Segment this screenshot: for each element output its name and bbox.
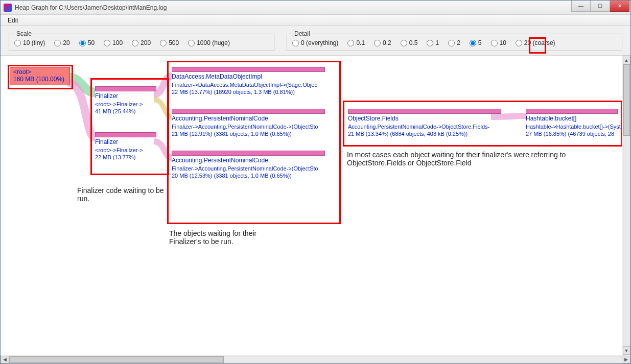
- col2-node-0[interactable]: DataAccess.MetaDataObjectImpl Finalizer-…: [172, 67, 333, 95]
- root-title: <root>: [13, 68, 66, 76]
- col1-node-0[interactable]: Finalizer <root>->Finalizer-> 41 MB (25.…: [95, 86, 161, 115]
- scale-opt-1[interactable]: 20: [54, 39, 69, 46]
- annot-finalizer-code: Finalizer code waiting to be run.: [77, 186, 169, 203]
- annot-objectstore: In most cases each object waiting for th…: [347, 151, 623, 167]
- node-stats: 20 MB (12.53%) (3381 objects, 1.0 MB (0.…: [172, 172, 333, 179]
- bar-icon: [348, 109, 501, 114]
- maximize-button[interactable]: ☐: [591, 1, 610, 12]
- menu-edit[interactable]: Edit: [4, 16, 22, 25]
- scroll-left-icon[interactable]: ◀: [1, 356, 9, 363]
- scroll-h-thumb[interactable]: [9, 356, 224, 363]
- node-title: Finalizer: [95, 92, 161, 101]
- node-path: <root>->Finalizer->: [95, 101, 161, 108]
- scale-group: Scale 10 (tiny) 20 50 100 200 500 1000 (…: [9, 30, 274, 51]
- scale-legend: Scale: [14, 30, 34, 37]
- node-path: Accounting.PersistentNominalCode->Object…: [348, 123, 511, 130]
- node-path: Finalizer->DataAccess.MetaDataObjectImpl…: [172, 81, 333, 88]
- node-stats: 27 MB (16.85%) (46739 objects, 28: [526, 130, 623, 137]
- root-node[interactable]: <root> 160 MB (100.00%): [10, 67, 70, 85]
- node-title: Hashtable.bucket[]: [526, 115, 623, 123]
- node-title: DataAccess.MetaDataObjectImpl: [172, 73, 333, 81]
- detail-opt-4[interactable]: 1: [427, 39, 439, 46]
- bar-icon: [172, 109, 325, 114]
- node-stats: 21 MB (13.34%) (6884 objects, 403 kB (0.…: [348, 130, 511, 137]
- titlebar[interactable]: Heap Graph for C:\Users\Jamer\Desktop\In…: [1, 1, 630, 15]
- node-stats: 21 MB (12.91%) (3381 objects, 1.0 MB (0.…: [172, 130, 333, 137]
- col2-node-1[interactable]: Accounting.PersistentNominalCode Finaliz…: [172, 109, 333, 137]
- detail-opt-7[interactable]: 10: [491, 39, 506, 46]
- graph-canvas[interactable]: <root> 160 MB (100.00%) Finalizer <root>…: [1, 55, 630, 363]
- detail-opt-3[interactable]: 0.5: [401, 39, 418, 46]
- scroll-down-icon[interactable]: ▼: [623, 346, 630, 355]
- vertical-scrollbar[interactable]: ▲ ▼: [622, 56, 630, 355]
- node-title: ObjectStore.Fields: [348, 115, 511, 123]
- node-path: Finalizer->Accounting.PersistentNominalC…: [172, 165, 333, 172]
- detail-opt-6[interactable]: 5: [470, 39, 482, 46]
- app-window: Heap Graph for C:\Users\Jamer\Desktop\In…: [0, 0, 631, 364]
- col4-node-0[interactable]: Hashtable.bucket[] Hashtable->Hashtable.…: [526, 109, 623, 137]
- scale-opt-6[interactable]: 1000 (huge): [188, 39, 230, 46]
- horizontal-scrollbar[interactable]: ◀ ▶: [1, 355, 630, 363]
- close-button[interactable]: ✕: [610, 1, 629, 12]
- menubar: Edit: [1, 15, 630, 26]
- root-stats: 160 MB (100.00%): [13, 76, 66, 83]
- scale-opt-0[interactable]: 10 (tiny): [14, 39, 45, 46]
- node-title: Accounting.PersistentNominalCode: [172, 157, 333, 165]
- annot-objects-waiting: The objects waiting for their Finalizer'…: [169, 229, 261, 246]
- node-path: <root>->Finalizer->: [95, 147, 161, 154]
- col2-node-2[interactable]: Accounting.PersistentNominalCode Finaliz…: [172, 151, 333, 179]
- bar-icon: [95, 86, 156, 91]
- scale-opt-5[interactable]: 500: [160, 39, 179, 46]
- bar-icon: [172, 151, 325, 156]
- node-title: Accounting.PersistentNominalCode: [172, 115, 333, 123]
- detail-legend: Detail: [292, 30, 312, 37]
- controls-row: Scale 10 (tiny) 20 50 100 200 500 1000 (…: [1, 26, 630, 55]
- node-path: Hashtable->Hashtable.bucket[]->(Syst: [526, 123, 623, 130]
- detail-group: Detail 0 (everything) 0.1 0.2 0.5 1 2 5 …: [287, 30, 622, 51]
- scale-opt-2[interactable]: 50: [79, 39, 95, 46]
- detail-opt-5[interactable]: 2: [448, 39, 460, 46]
- col1-node-1[interactable]: Finalizer <root>->Finalizer-> 22 MB (13.…: [95, 132, 161, 161]
- scroll-v-track[interactable]: [623, 64, 630, 346]
- app-icon: [4, 4, 12, 12]
- scale-opt-3[interactable]: 100: [104, 39, 123, 46]
- detail-opt-0[interactable]: 0 (everything): [292, 39, 338, 46]
- detail-opt-8[interactable]: 20 (coarse): [516, 39, 555, 46]
- node-stats: 41 MB (25.44%): [95, 108, 161, 115]
- minimize-button[interactable]: —: [571, 1, 591, 12]
- scale-opt-4[interactable]: 200: [132, 39, 151, 46]
- bar-icon: [526, 109, 618, 114]
- window-title: Heap Graph for C:\Users\Jamer\Desktop\In…: [15, 4, 167, 11]
- node-path: Finalizer->Accounting.PersistentNominalC…: [172, 123, 333, 130]
- scroll-up-icon[interactable]: ▲: [623, 56, 630, 64]
- node-stats: 22 MB (13.77%) (18920 objects, 1.3 MB (0…: [172, 88, 333, 95]
- detail-opt-1[interactable]: 0.1: [347, 39, 365, 46]
- node-stats: 22 MB (13.77%): [95, 154, 161, 161]
- bar-icon: [95, 132, 156, 137]
- scroll-h-track[interactable]: [9, 356, 622, 363]
- bar-icon: [172, 67, 325, 72]
- scroll-v-thumb[interactable]: [623, 64, 630, 136]
- scroll-right-icon[interactable]: ▶: [622, 356, 630, 363]
- node-title: Finalizer: [95, 138, 161, 147]
- col3-node-0[interactable]: ObjectStore.Fields Accounting.Persistent…: [348, 109, 511, 137]
- detail-opt-2[interactable]: 0.2: [374, 39, 391, 46]
